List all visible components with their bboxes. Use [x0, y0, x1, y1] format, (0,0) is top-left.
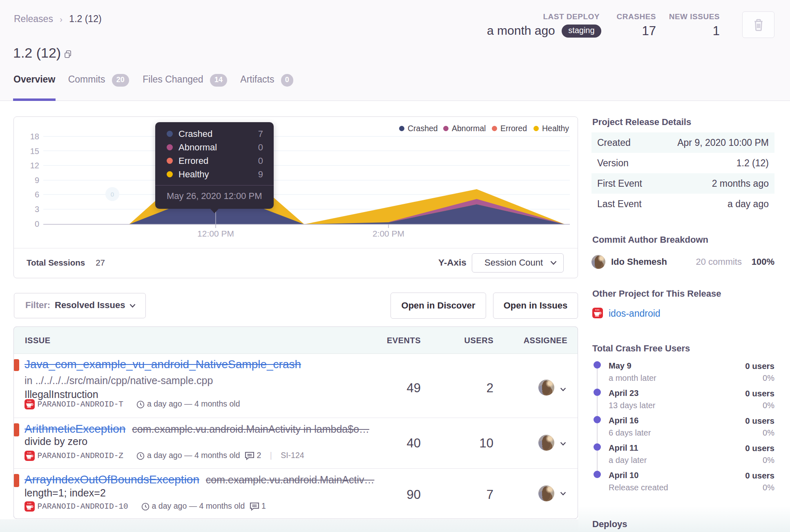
- svg-text:0: 0: [111, 191, 114, 198]
